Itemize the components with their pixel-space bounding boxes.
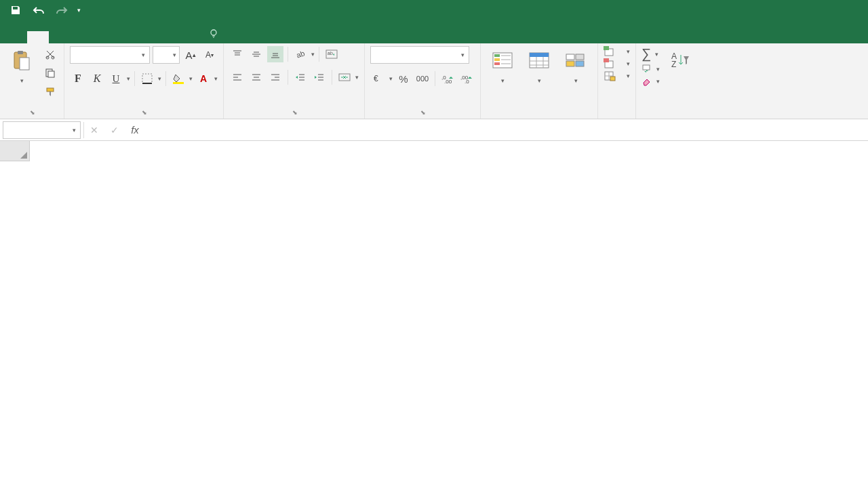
svg-rect-2 (18, 51, 23, 54)
comma-style-icon[interactable]: 000 (414, 70, 431, 87)
orientation-icon[interactable]: ab (292, 46, 309, 62)
svg-rect-46 (494, 54, 500, 57)
align-left-icon[interactable] (229, 69, 245, 85)
cell-styles-button[interactable]: ▾ (559, 46, 592, 85)
eraser-icon (642, 77, 652, 86)
bold-button[interactable]: F (70, 70, 86, 87)
svg-rect-9 (142, 74, 152, 83)
format-as-table-button[interactable]: ▾ (523, 46, 555, 85)
group-alignment: ab ▾ ab ▾ ⬊ (224, 43, 365, 119)
fx-icon[interactable]: fx (125, 121, 145, 140)
increase-indent-icon[interactable] (311, 69, 328, 85)
paste-button[interactable]: ▾ (5, 46, 38, 85)
align-top-icon[interactable] (229, 46, 245, 62)
cut-icon[interactable] (42, 46, 58, 62)
group-cells: ▾ ▾ ▾ (598, 43, 636, 119)
svg-text:,00: ,00 (444, 79, 452, 83)
percent-style-icon[interactable]: % (395, 70, 412, 87)
number-format-combo[interactable]: ▾ (370, 46, 469, 64)
svg-rect-68 (643, 65, 650, 70)
group-number: ▾ €▾ % 000 ,0,00 ,00,0 ⬊ (365, 43, 481, 119)
sort-filter-button[interactable]: AZ (664, 46, 696, 77)
tab-datei[interactable] (5, 31, 27, 43)
svg-text:ab: ab (328, 51, 333, 56)
fill-down-icon (642, 64, 652, 74)
wrap-text-icon[interactable]: ab (323, 46, 340, 62)
tab-uberprufen[interactable] (136, 31, 157, 43)
qat-customize-icon[interactable]: ▾ (77, 7, 81, 14)
cancel-formula-icon[interactable]: ✕ (84, 121, 104, 140)
svg-rect-65 (604, 58, 609, 62)
cell-styles-icon (562, 47, 589, 75)
svg-rect-60 (566, 61, 574, 66)
accounting-format-icon[interactable]: € (370, 70, 387, 87)
tell-me-search[interactable] (201, 23, 231, 43)
ribbon-body: ▾ ⬊ ▾ ▾ A▴ A▾ F K U ▾ (0, 43, 868, 119)
group-clipboard: ▾ ⬊ (0, 43, 64, 119)
align-right-icon[interactable] (267, 69, 283, 85)
svg-rect-47 (494, 58, 500, 61)
sort-filter-icon: AZ (667, 47, 694, 75)
conditional-formatting-icon (489, 47, 516, 75)
tab-ansicht[interactable] (157, 31, 179, 43)
svg-rect-59 (576, 54, 584, 60)
tab-daten[interactable] (114, 31, 136, 43)
svg-text:Z: Z (671, 60, 676, 69)
delete-cells-button[interactable]: ▾ (604, 58, 630, 69)
decrease-indent-icon[interactable] (292, 69, 309, 85)
svg-rect-61 (576, 61, 584, 66)
tab-formeln[interactable] (92, 31, 114, 43)
autosum-button[interactable]: ∑▾ (642, 46, 660, 62)
align-center-icon[interactable] (248, 69, 264, 85)
fill-color-icon[interactable] (170, 70, 186, 87)
svg-rect-8 (47, 88, 54, 92)
redo-icon[interactable] (54, 3, 69, 18)
svg-rect-48 (494, 62, 500, 65)
conditional-formatting-button[interactable]: ▾ (486, 46, 519, 85)
italic-button[interactable]: K (89, 70, 105, 87)
font-color-icon[interactable]: A (195, 70, 212, 87)
borders-icon[interactable] (139, 70, 155, 87)
decrease-font-icon[interactable]: A▾ (201, 47, 218, 63)
copy-icon[interactable] (42, 65, 58, 81)
enter-formula-icon[interactable]: ✓ (104, 121, 125, 140)
svg-rect-67 (610, 77, 615, 81)
increase-font-icon[interactable]: A▴ (182, 47, 199, 63)
delete-cells-icon (604, 58, 616, 69)
titlebar: ▾ (0, 0, 868, 20)
group-editing: ∑▾ ▾ ▾ AZ (636, 43, 702, 119)
decrease-decimal-icon[interactable]: ,00,0 (458, 70, 475, 87)
merge-center-icon[interactable] (336, 69, 353, 85)
insert-cells-icon (604, 46, 616, 57)
format-cells-button[interactable]: ▾ (604, 70, 630, 81)
tab-powerpivot[interactable] (179, 31, 201, 43)
clear-button[interactable]: ▾ (642, 77, 660, 86)
undo-icon[interactable] (31, 3, 46, 18)
svg-rect-3 (20, 58, 29, 70)
svg-text:,0: ,0 (465, 79, 469, 83)
paste-icon (8, 47, 35, 75)
format-painter-icon[interactable] (42, 84, 58, 100)
name-box[interactable]: ▾ (3, 121, 81, 139)
group-styles: ▾ ▾ ▾ (481, 43, 598, 119)
underline-button[interactable]: U (108, 70, 124, 87)
align-middle-icon[interactable] (248, 46, 264, 62)
increase-decimal-icon[interactable]: ,0,00 (439, 70, 456, 87)
font-name-combo[interactable]: ▾ (70, 46, 150, 64)
fill-button[interactable]: ▾ (642, 64, 660, 74)
tab-einfugen[interactable] (49, 31, 71, 43)
tab-seitenlayout[interactable] (71, 31, 92, 43)
ribbon-tabs (0, 20, 868, 43)
format-as-table-icon (526, 47, 553, 75)
select-all-corner[interactable] (0, 141, 30, 161)
tab-start[interactable] (27, 31, 49, 43)
align-bottom-icon[interactable] (267, 46, 283, 62)
svg-rect-53 (530, 53, 549, 57)
svg-rect-58 (566, 54, 574, 60)
insert-cells-button[interactable]: ▾ (604, 46, 630, 57)
save-icon[interactable] (8, 3, 23, 18)
formula-bar: ▾ ✕ ✓ fx (0, 119, 868, 141)
font-size-combo[interactable]: ▾ (153, 46, 180, 64)
bulb-icon (209, 28, 218, 38)
svg-text:ab: ab (295, 49, 306, 59)
